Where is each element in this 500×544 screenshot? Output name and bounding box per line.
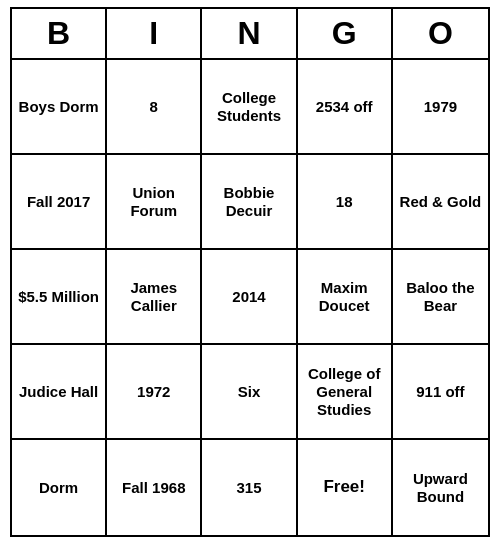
bingo-grid: Boys Dorm8College Students2534 off1979Fa… — [12, 60, 488, 535]
bingo-cell-1: 8 — [107, 60, 202, 155]
bingo-cell-7: Bobbie Decuir — [202, 155, 297, 250]
bingo-cell-17: Six — [202, 345, 297, 440]
bingo-card: B I N G O Boys Dorm8College Students2534… — [10, 7, 490, 537]
bingo-cell-5: Fall 2017 — [12, 155, 107, 250]
bingo-cell-19: 911 off — [393, 345, 488, 440]
bingo-cell-23: Free! — [298, 440, 393, 535]
header-b: B — [12, 9, 107, 58]
bingo-header: B I N G O — [12, 9, 488, 60]
bingo-cell-10: $5.5 Million — [12, 250, 107, 345]
header-g: G — [298, 9, 393, 58]
header-o: O — [393, 9, 488, 58]
bingo-cell-13: Maxim Doucet — [298, 250, 393, 345]
bingo-cell-15: Judice Hall — [12, 345, 107, 440]
bingo-cell-11: James Callier — [107, 250, 202, 345]
bingo-cell-20: Dorm — [12, 440, 107, 535]
bingo-cell-18: College of General Studies — [298, 345, 393, 440]
bingo-cell-4: 1979 — [393, 60, 488, 155]
bingo-cell-0: Boys Dorm — [12, 60, 107, 155]
bingo-cell-21: Fall 1968 — [107, 440, 202, 535]
bingo-cell-8: 18 — [298, 155, 393, 250]
header-i: I — [107, 9, 202, 58]
bingo-cell-14: Baloo the Bear — [393, 250, 488, 345]
bingo-cell-24: Upward Bound — [393, 440, 488, 535]
bingo-cell-22: 315 — [202, 440, 297, 535]
bingo-cell-3: 2534 off — [298, 60, 393, 155]
bingo-cell-6: Union Forum — [107, 155, 202, 250]
bingo-cell-2: College Students — [202, 60, 297, 155]
bingo-cell-12: 2014 — [202, 250, 297, 345]
bingo-cell-16: 1972 — [107, 345, 202, 440]
header-n: N — [202, 9, 297, 58]
bingo-cell-9: Red & Gold — [393, 155, 488, 250]
